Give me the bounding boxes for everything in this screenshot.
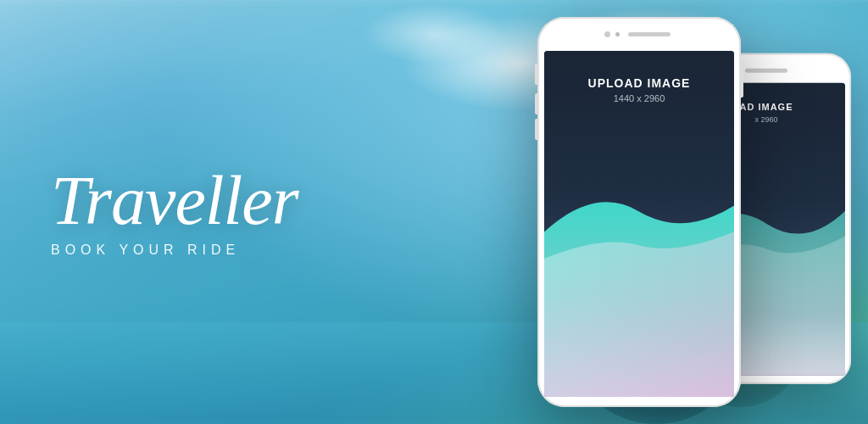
content-container: Traveller BOOK YOUR RIDE AD IMAGE x 296 [0, 0, 868, 424]
power-button-front [740, 68, 743, 98]
phone-front-outer: UPLOAD IMAGE 1440 x 2960 [537, 17, 741, 407]
camera-dot-2 [615, 32, 620, 36]
phone-front-topbar [537, 17, 741, 51]
phones-section: AD IMAGE x 2960 [407, 0, 868, 424]
upload-label-back: AD IMAGE [740, 102, 793, 112]
volume-down2-front [535, 119, 538, 140]
upload-dims-back: x 2960 [754, 115, 777, 124]
volume-down-front [535, 93, 538, 114]
screen-front-bg: UPLOAD IMAGE 1440 x 2960 [544, 51, 734, 397]
upload-dims-front: 1440 x 2960 [614, 93, 665, 103]
camera-dot-1 [604, 31, 610, 37]
screen-wave-front [544, 172, 734, 397]
power-button-back [850, 104, 851, 134]
phone-front-screen: UPLOAD IMAGE 1440 x 2960 [544, 51, 734, 397]
volume-up-front [535, 64, 538, 85]
app-subtitle: BOOK YOUR RIDE [51, 243, 407, 258]
speaker-front [628, 32, 670, 36]
phone-front: UPLOAD IMAGE 1440 x 2960 [537, 17, 741, 407]
app-title: Traveller [51, 166, 407, 236]
upload-label-front[interactable]: UPLOAD IMAGE [588, 76, 691, 90]
speaker-back [745, 68, 787, 72]
left-section: Traveller BOOK YOUR RIDE [0, 166, 407, 258]
